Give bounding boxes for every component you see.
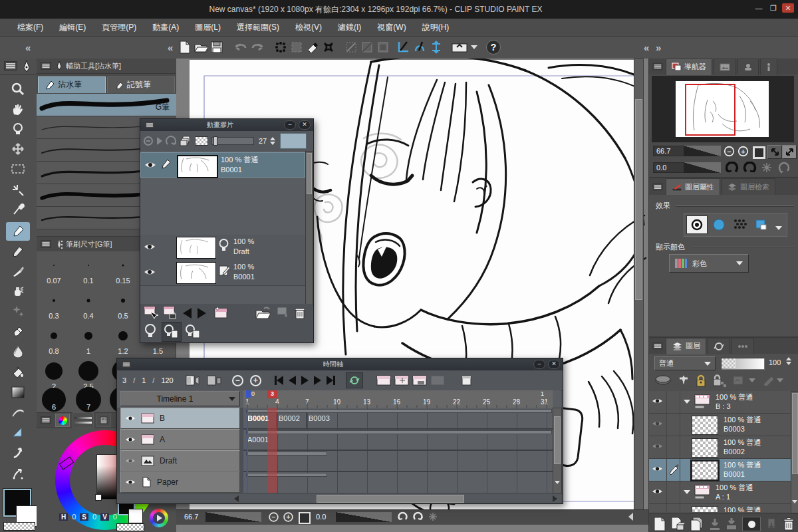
selection-tool[interactable] bbox=[6, 160, 30, 178]
layer-opacity-value[interactable]: 100 bbox=[769, 358, 781, 366]
status-zoom-slider[interactable] bbox=[205, 512, 261, 522]
cel-thumbnail[interactable] bbox=[176, 262, 216, 284]
eye-icon[interactable] bbox=[144, 161, 156, 170]
fill-tool-button[interactable] bbox=[305, 39, 321, 55]
eye-icon-dim[interactable] bbox=[652, 442, 663, 450]
correct-line-tool[interactable] bbox=[6, 443, 30, 462]
next-frame-button[interactable] bbox=[314, 376, 321, 385]
timeline-minimize-button[interactable]: – bbox=[533, 360, 545, 369]
navigator-zoom-in[interactable]: + bbox=[738, 146, 748, 156]
navigator-rotation-slider[interactable] bbox=[684, 162, 721, 173]
eyedropper-tool[interactable] bbox=[6, 201, 30, 219]
navigator-view-frame[interactable] bbox=[685, 84, 735, 136]
move-tool[interactable] bbox=[6, 140, 30, 158]
animation-cels-window[interactable]: 動畫膠片 – ✕ 27 100 bbox=[140, 118, 314, 343]
animation-cels-titlebar[interactable]: 動畫膠片 – ✕ bbox=[140, 119, 313, 131]
status-zoom-out-button[interactable]: − bbox=[269, 512, 278, 521]
deselect-button[interactable] bbox=[273, 39, 289, 55]
go-last-frame-button[interactable] bbox=[327, 376, 335, 385]
eye-icon-dim[interactable] bbox=[652, 420, 663, 428]
timeline-h-scrollbar[interactable] bbox=[117, 494, 561, 503]
mask-enable-icon[interactable] bbox=[733, 375, 755, 386]
ruler-range-icon[interactable] bbox=[762, 375, 783, 386]
airbrush-tool[interactable] bbox=[6, 282, 30, 301]
collapse-left-dock-icon[interactable]: « bbox=[25, 42, 29, 53]
menu-animation[interactable]: 動畫(A) bbox=[144, 19, 187, 36]
animation-cels-minimize-button[interactable]: – bbox=[284, 120, 296, 130]
brush-size-cell[interactable]: 0.8 bbox=[37, 322, 72, 358]
flip-lamp-tool[interactable] bbox=[6, 120, 30, 138]
layer-color-button[interactable] bbox=[751, 216, 771, 233]
snap-special-ruler-button[interactable] bbox=[412, 39, 428, 55]
pen-tool-selected[interactable] bbox=[6, 222, 30, 241]
timeline-titlebar[interactable]: 時間軸 – ✕ bbox=[117, 358, 563, 370]
paint-bucket-tool[interactable] bbox=[6, 363, 30, 382]
collapse-right-dock-icon[interactable]: « bbox=[644, 42, 648, 53]
tab-color-set[interactable] bbox=[96, 414, 111, 427]
layer-row-b0002[interactable]: 100 % 普通B0002 bbox=[649, 436, 791, 459]
brush-size-cell[interactable]: 0.4 bbox=[71, 287, 106, 323]
folder-expand-arrow[interactable] bbox=[684, 490, 690, 494]
onion-opacity-slider[interactable] bbox=[211, 137, 254, 145]
folder-expand-arrow[interactable] bbox=[684, 400, 690, 404]
brush-size-cell[interactable]: 0.3 bbox=[37, 287, 72, 323]
brush-tool[interactable] bbox=[6, 262, 30, 281]
play-cels-icon[interactable] bbox=[157, 137, 162, 145]
menu-window[interactable]: 視窗(W) bbox=[369, 19, 414, 36]
layer-row-b0003[interactable]: 100 % 普通B0003 bbox=[649, 414, 791, 436]
brush-size-cell[interactable]: 1 bbox=[71, 322, 106, 358]
navigator-menu-icon[interactable] bbox=[653, 63, 663, 70]
navigator-preview[interactable] bbox=[652, 76, 794, 142]
color-panel-sub-swatch[interactable] bbox=[128, 509, 143, 523]
lock-transparent-icon[interactable] bbox=[713, 374, 726, 387]
prev-frame-button[interactable] bbox=[289, 376, 296, 385]
navigator-reset-rotate-button[interactable] bbox=[777, 162, 791, 174]
navigator-zoom-slider[interactable] bbox=[684, 146, 721, 156]
brush-size-cell[interactable]: 6 bbox=[37, 392, 72, 414]
timeline-grid[interactable]: B0001 B0002 B0003 A0001 bbox=[243, 408, 553, 493]
cel-row-draft[interactable]: 100 % Draft bbox=[140, 235, 305, 261]
menu-page[interactable]: 頁管理(P) bbox=[94, 19, 144, 36]
snap-grid-button[interactable] bbox=[428, 39, 444, 55]
timeline-menu-icon[interactable] bbox=[122, 361, 131, 368]
decoration-tool[interactable] bbox=[6, 302, 30, 321]
disabled-grid-button[interactable] bbox=[359, 39, 375, 55]
go-first-frame-button[interactable] bbox=[275, 376, 283, 385]
display-color-dropdown[interactable]: 彩色 bbox=[669, 254, 749, 273]
tone-effect-button[interactable] bbox=[730, 216, 750, 233]
eraser-tool[interactable] bbox=[6, 322, 30, 340]
brush-size-cell[interactable]: 0.5 bbox=[106, 287, 141, 323]
tab-navigator[interactable]: 導航器 bbox=[666, 59, 712, 75]
layer-row-folder-a[interactable]: 100 % 普通 A : 1 bbox=[649, 481, 791, 504]
next-cel-button[interactable] bbox=[198, 308, 206, 319]
status-collapse-arrow[interactable] bbox=[628, 513, 633, 521]
border-effect-button[interactable] bbox=[686, 215, 708, 234]
canvas-vertical-scrollbar[interactable] bbox=[634, 59, 644, 511]
new-folder-button[interactable] bbox=[690, 517, 704, 531]
brush-size-cell[interactable]: 0.07 bbox=[37, 251, 72, 287]
brush-size-cell[interactable]: 0.15 bbox=[106, 251, 141, 287]
eye-icon[interactable] bbox=[144, 268, 156, 277]
new-cel-button[interactable] bbox=[213, 306, 229, 321]
select-area-button[interactable] bbox=[289, 39, 305, 55]
new-file-button[interactable] bbox=[177, 39, 193, 55]
layer-thumbnail[interactable] bbox=[692, 461, 718, 480]
delete-layer-button[interactable] bbox=[782, 517, 795, 531]
subtool-menu-icon[interactable] bbox=[41, 62, 51, 69]
navigator-zoom-out[interactable]: − bbox=[724, 146, 734, 156]
tab-animation-folder[interactable] bbox=[708, 338, 730, 354]
save-button[interactable] bbox=[209, 39, 225, 55]
timeline-window[interactable]: 時間軸 – ✕ 3 / 1 / 120 − + bbox=[116, 358, 563, 504]
track-header-b[interactable]: B bbox=[120, 408, 240, 429]
open-file-button[interactable] bbox=[193, 39, 209, 55]
cel-thumbnail[interactable] bbox=[176, 237, 216, 259]
pin-icon[interactable] bbox=[678, 374, 689, 387]
delete-trash-button[interactable] bbox=[293, 306, 308, 321]
onion-count-spinner[interactable] bbox=[270, 137, 275, 145]
tab-layer-comp[interactable] bbox=[732, 338, 754, 354]
animation-cels-close-button[interactable]: ✕ bbox=[299, 120, 311, 130]
disabled-material-button[interactable] bbox=[375, 39, 391, 55]
track-header-paper[interactable]: Paper bbox=[120, 471, 240, 493]
tab-dip-pen[interactable]: 沾水筆 bbox=[38, 76, 106, 93]
layer-opacity-spinner[interactable] bbox=[786, 357, 791, 365]
